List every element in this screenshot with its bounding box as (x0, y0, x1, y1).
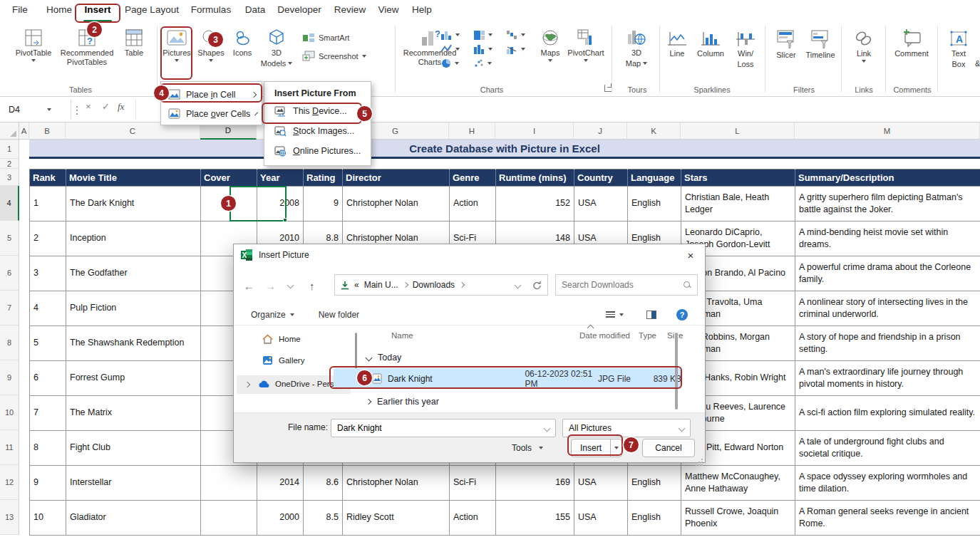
cell-title[interactable]: Forrest Gump (66, 361, 201, 396)
table-header-cell[interactable]: Director (343, 170, 450, 187)
table-header-cell[interactable]: Rank (30, 170, 66, 187)
cell-rank[interactable]: 3 (30, 256, 66, 291)
column-header[interactable]: H (449, 123, 495, 140)
cell-summary[interactable]: A nonlinear story of intersecting lives … (795, 291, 980, 326)
column-header[interactable]: I (495, 123, 574, 140)
smartart-button[interactable]: SmartArt (302, 32, 349, 43)
pivottable-button[interactable]: PivotTable (16, 28, 51, 62)
cell-stars[interactable]: Matthew McConaughey, Anne Hathaway (681, 466, 795, 501)
cell-rank[interactable]: 6 (30, 361, 66, 396)
cell-genre[interactable]: Sci-Fi (450, 466, 496, 501)
cell-summary[interactable]: A story of hope and friendship in a pris… (795, 326, 980, 361)
column-header[interactable]: A (19, 123, 29, 140)
cell-runtime[interactable]: 152 (496, 187, 574, 222)
cell-language[interactable]: English (628, 187, 681, 222)
cell-director[interactable]: Christopher Nolan (343, 187, 450, 222)
file-type-combo[interactable]: All Pictures (562, 419, 691, 437)
table-header-cell[interactable]: Movie Title (66, 170, 201, 187)
list-scrollbar[interactable] (675, 333, 678, 410)
row-header[interactable]: 4 (0, 186, 19, 221)
tab-developer[interactable]: Developer (277, 4, 321, 15)
table-header-cell[interactable]: Rating (304, 170, 343, 187)
cell-year[interactable]: 2014 (257, 466, 304, 501)
list-header-name[interactable]: Name (391, 331, 413, 340)
file-row-dark-knight[interactable]: Dark Knight 06-12-2023 02:51 PM JPG File… (334, 368, 681, 389)
tab-help[interactable]: Help (412, 4, 432, 15)
column-header[interactable]: B (29, 123, 66, 140)
menu-item-place-in-cell[interactable]: Place in Cell (161, 85, 262, 104)
link-button[interactable]: Link (850, 29, 878, 63)
tools-button[interactable]: Tools (512, 443, 543, 453)
recent-locations-chevron-icon[interactable] (287, 282, 294, 289)
cell-rank[interactable]: 8 (30, 431, 66, 466)
cell-summary[interactable]: A sci-fi action film exploring simulated… (795, 396, 980, 431)
icons-button[interactable]: Icons (228, 28, 257, 58)
cell-summary[interactable]: A powerful crime drama about the Corleon… (795, 256, 980, 291)
comment-button[interactable]: Comment (889, 29, 934, 58)
row-header[interactable]: 10 (0, 395, 19, 430)
cell-rank[interactable]: 1 (30, 187, 66, 222)
cell-country[interactable]: USA (574, 466, 628, 501)
maps-button[interactable]: Maps (536, 28, 564, 62)
cell-title[interactable]: Pulp Fiction (66, 291, 201, 326)
sidebar-item-home[interactable]: Home (262, 334, 301, 344)
cell-summary[interactable]: A gritty superhero film depicting Batman… (795, 187, 980, 222)
menu-item-this-device[interactable]: This Device... (264, 101, 371, 121)
cell-title[interactable]: The Godfather (66, 256, 201, 291)
cell-summary[interactable]: A Roman general seeks revenge in ancient… (795, 501, 980, 536)
refresh-icon[interactable] (532, 281, 542, 290)
breadcrumb-item[interactable]: Main U... (364, 280, 398, 290)
new-folder-button[interactable]: New folder (319, 310, 359, 320)
selected-cell-d4[interactable] (229, 186, 287, 222)
file-name-combo[interactable] (331, 419, 556, 437)
address-dropdown-icon[interactable] (515, 281, 522, 288)
column-sparkline-button[interactable]: Column (693, 31, 728, 58)
row-header[interactable]: 1 (0, 140, 19, 159)
breadcrumb-item[interactable]: Downloads (413, 280, 455, 290)
cell-language[interactable]: English (628, 466, 681, 501)
row-header[interactable]: 8 (0, 325, 19, 360)
combo-chart-button[interactable] (506, 44, 539, 54)
cell-summary[interactable]: A tale of underground fight clubs and so… (795, 431, 980, 466)
dialog-titlebar[interactable]: X Insert Picture (234, 244, 705, 266)
table-header-cell[interactable]: Year (257, 170, 304, 187)
insert-split-dropdown[interactable] (610, 439, 621, 457)
cell-summary[interactable]: A space odyssey exploring wormholes and … (795, 466, 980, 501)
view-mode-button[interactable] (606, 311, 624, 318)
group-today[interactable]: Today (366, 353, 401, 363)
cell-rank[interactable]: 2 (30, 222, 66, 256)
timeline-button[interactable]: Timeline (801, 29, 840, 60)
tab-insert[interactable]: Insert (85, 4, 111, 15)
cell-stars[interactable]: Russell Crowe, Joaquin Phoenix (681, 501, 795, 536)
cell-title[interactable]: Inception (66, 222, 201, 256)
insert-button[interactable]: Insert (571, 439, 622, 457)
table-header-cell[interactable]: Stars (681, 170, 795, 187)
column-header[interactable]: J (574, 123, 627, 140)
cell-director[interactable]: Ridley Scott (343, 501, 450, 536)
resize-grip[interactable] (701, 459, 703, 460)
cell-title[interactable]: Gladiator (66, 501, 201, 536)
list-header-date-modified[interactable]: Date modified (579, 331, 630, 340)
row-header[interactable]: 2 (0, 159, 19, 169)
tab-page-layout[interactable]: Page Layout (125, 4, 179, 15)
cell-genre[interactable]: Action (450, 187, 496, 222)
cell-rank[interactable]: 9 (30, 466, 66, 501)
search-input[interactable] (562, 280, 684, 290)
pictures-button[interactable]: Pictures (160, 28, 193, 62)
text-box-button[interactable]: A Text Box (945, 29, 972, 69)
pie-chart-button[interactable] (440, 58, 473, 68)
table-button[interactable]: Table (120, 28, 148, 58)
3d-models-button[interactable]: 3D Models (258, 28, 295, 68)
table-header-cell[interactable]: Runtime (mins) (496, 170, 574, 187)
3d-map-button[interactable]: 3D Map (619, 28, 654, 68)
menu-item-online-pictures[interactable]: Online Pictures... (264, 141, 371, 161)
cell-rank[interactable]: 5 (30, 326, 66, 361)
charts-dialog-launcher-icon[interactable] (604, 85, 612, 92)
confirm-entry-icon[interactable]: ✓ (102, 101, 110, 112)
row-header[interactable]: 3 (0, 169, 19, 186)
cell-language[interactable]: English (628, 501, 681, 536)
cell-title[interactable]: The Shawshank Redemption (66, 326, 201, 361)
group-earlier-this-year[interactable]: Earlier this year (366, 397, 439, 407)
row-header[interactable]: 5 (0, 221, 19, 256)
column-header[interactable]: L (681, 123, 795, 140)
